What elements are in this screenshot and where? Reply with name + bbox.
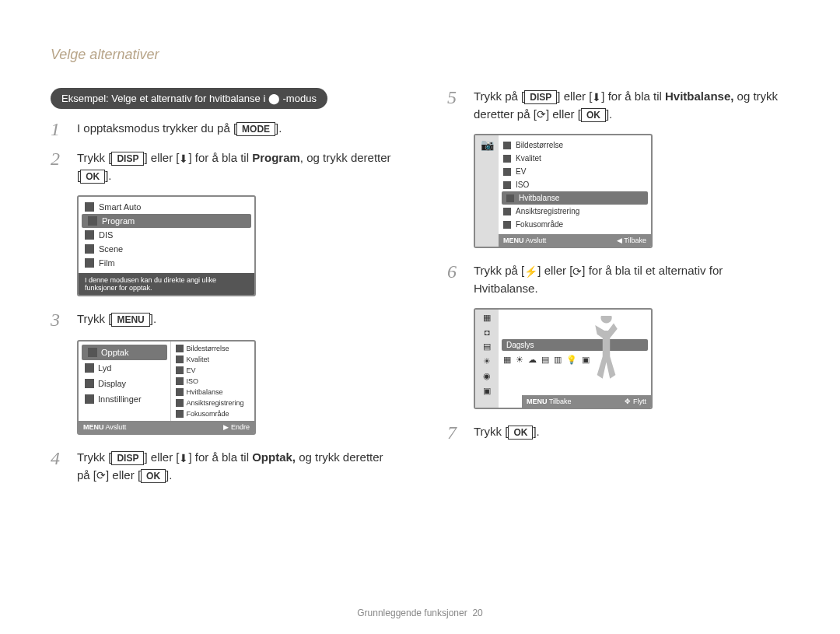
sidebar-item-lyd: Lyd	[79, 360, 170, 376]
step-4: 4 Trykk [DISP] eller [⬇] for å bla til O…	[51, 449, 393, 484]
timer-icon: ⟳	[537, 107, 546, 123]
wb-icon	[506, 194, 514, 202]
menu-button-label: MENU	[111, 313, 149, 327]
mode-item: Film	[79, 256, 254, 270]
left-column: Eksempel: Velge et alternativ for hvitba…	[51, 88, 393, 495]
size-icon	[176, 345, 184, 352]
iso-icon	[176, 377, 184, 385]
size-icon	[503, 142, 511, 149]
mode-item: Smart Auto	[79, 200, 254, 214]
menu-item: Fokusområde	[499, 218, 651, 231]
film-icon	[85, 258, 94, 268]
screenshot-footer: MENU Avslutt ◀ Tilbake	[499, 234, 651, 247]
step-number: 4	[51, 449, 63, 468]
camera-icon	[88, 348, 97, 357]
page-footer: Grunnleggende funksjoner 20	[0, 608, 840, 618]
wb-daylight-icon: ☀	[516, 355, 523, 365]
ok-button-label: OK	[581, 108, 606, 122]
screenshot-menu: Opptak Lyd Display Innstillinger Bildest…	[77, 340, 256, 435]
menu-item: ISO	[171, 376, 254, 387]
wb-tungsten-icon: 💡	[566, 355, 577, 365]
step-2: 2 Trykk [DISP] eller [⬇] for å bla til P…	[51, 149, 393, 184]
disp-button-label: DISP	[111, 152, 144, 166]
person-silhouette	[577, 316, 635, 390]
down-icon: ⬇	[179, 151, 188, 167]
timer-icon: ⟳	[572, 264, 582, 280]
step-number: 2	[51, 149, 63, 168]
screenshot-footer: MENU Avslutt ▶ Endre	[79, 421, 254, 433]
sidebar-item-display: Display	[79, 376, 170, 391]
ok-button-label: OK	[141, 469, 166, 483]
menu-item: Ansiktsregistrering	[171, 398, 254, 408]
menu-item: EV	[499, 165, 651, 178]
wb-auto-icon: ▦	[503, 355, 511, 365]
step-text: Trykk [MENU].	[77, 310, 156, 328]
menu-item: EV	[171, 365, 254, 376]
menu-item: Kvalitet	[499, 152, 651, 165]
right-column: 5 Trykk på [DISP] eller [⬇] for å bla ti…	[447, 88, 789, 495]
face-icon	[176, 399, 184, 407]
disp-button-label: DISP	[111, 451, 144, 465]
focus-icon	[503, 221, 511, 229]
step-5: 5 Trykk på [DISP] eller [⬇] for å bla ti…	[447, 88, 789, 123]
mode-item: DIS	[79, 228, 254, 242]
quality-icon	[503, 155, 511, 163]
down-icon: ⬇	[179, 450, 188, 467]
page-title: Velge alternativer	[51, 47, 789, 63]
mode-description: I denne modusen kan du direkte angi ulik…	[79, 273, 254, 295]
ev-icon	[503, 168, 511, 176]
step-3: 3 Trykk [MENU].	[51, 310, 393, 329]
wb-cloudy-icon: ☁	[528, 355, 537, 365]
ev-icon	[176, 366, 184, 374]
smart-auto-icon	[85, 202, 94, 212]
menu-item: Hvitbalanse	[171, 387, 254, 398]
menu-item: Ansiktsregistrering	[499, 205, 651, 218]
step-number: 3	[51, 310, 63, 329]
step-text: Trykk på [⚡] eller [⟳] for å bla til et …	[474, 262, 789, 297]
sound-icon	[85, 363, 94, 373]
screenshot-settings: 📷 Bildestørrelse Kvalitet EV ISO Hvitbal…	[474, 134, 653, 248]
step-text: Trykk [DISP] eller [⬇] for å bla til Opp…	[77, 449, 393, 484]
gear-icon	[85, 394, 94, 404]
wb-fluor-h-icon: ▤	[541, 355, 549, 365]
menu-item: ISO	[499, 178, 651, 191]
down-icon: ⬇	[592, 89, 601, 106]
step-6: 6 Trykk på [⚡] eller [⟳] for å bla til e…	[447, 262, 789, 297]
mode-button-label: MODE	[236, 122, 275, 136]
menu-item: Bildestørrelse	[171, 343, 254, 354]
camera-tab-icon: 📷	[481, 138, 494, 151]
wb-icon	[176, 388, 184, 396]
mode-item: Program	[82, 214, 251, 228]
screenshot-wb-preview: ▦ ◘ ▤ ☀ ◉ ▣ Dagslys ▦ ☀ ☁ ▤ ▥ 💡 ▣	[474, 308, 653, 409]
example-pill: Eksempel: Velge et alternativ for hvitba…	[51, 88, 327, 109]
step-text: Trykk [DISP] eller [⬇] for å bla til Pro…	[77, 149, 393, 184]
capture-icon: ◘	[485, 328, 490, 337]
wb-icon: ☀	[483, 356, 491, 366]
menu-item: Bildestørrelse	[499, 138, 651, 152]
step-number: 1	[51, 120, 63, 138]
dis-icon	[85, 230, 94, 240]
flash-icon: ⚡	[524, 264, 537, 280]
menu-item: Kvalitet	[171, 354, 254, 365]
display-icon	[85, 379, 94, 388]
screenshot-mode-list: Smart Auto Program DIS Scene Film I denn…	[77, 195, 256, 296]
step-text: I opptaksmodus trykker du på [MODE].	[77, 120, 282, 138]
menu-item: Hvitbalanse	[502, 191, 648, 205]
ok-button-label: OK	[80, 170, 105, 184]
step-number: 5	[447, 88, 460, 107]
step-number: 6	[447, 262, 460, 281]
ok-button-label: OK	[508, 426, 533, 440]
program-icon	[88, 216, 97, 226]
iso-icon: ▤	[483, 342, 491, 352]
focus-icon	[176, 410, 184, 418]
iso-icon	[503, 181, 511, 189]
wb-fluor-l-icon: ▥	[554, 355, 562, 365]
mode-item: Scene	[79, 242, 254, 256]
screenshot-footer: MENU Tilbake ✥ Flytt	[522, 395, 651, 408]
step-1: 1 I opptaksmodus trykker du på [MODE].	[51, 120, 393, 138]
face-icon	[503, 208, 511, 215]
timer-icon: ⟳	[96, 468, 106, 484]
face-icon: ◉	[483, 371, 491, 381]
scene-icon	[85, 244, 94, 254]
step-text: Trykk [OK].	[474, 423, 540, 441]
